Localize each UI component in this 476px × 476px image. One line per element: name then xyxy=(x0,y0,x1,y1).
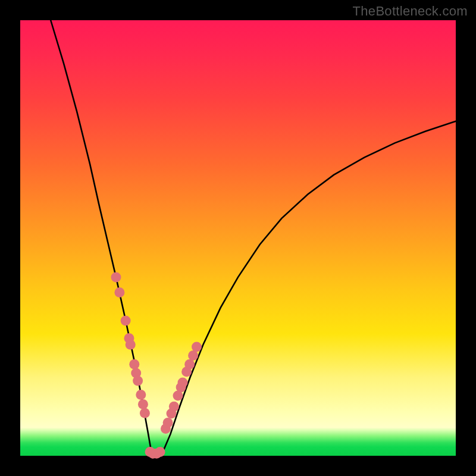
marker-dot xyxy=(184,359,195,369)
marker-dot xyxy=(129,359,139,369)
marker-dot xyxy=(136,390,146,400)
marker-dot xyxy=(140,408,150,418)
marker-dot xyxy=(121,316,131,326)
chart-frame: TheBottleneck.com xyxy=(0,0,476,476)
marker-dot xyxy=(111,272,121,282)
watermark-text: TheBottleneck.com xyxy=(353,4,468,19)
markers-group xyxy=(111,272,202,458)
marker-dot xyxy=(188,350,198,361)
bottleneck-curve xyxy=(51,20,456,455)
marker-dot xyxy=(133,376,143,386)
marker-dot xyxy=(155,447,165,457)
plot-area xyxy=(20,20,456,456)
chart-svg xyxy=(20,20,456,456)
marker-dot xyxy=(192,342,202,352)
marker-dot xyxy=(114,287,124,298)
marker-dot xyxy=(138,399,148,409)
marker-dot xyxy=(126,340,136,350)
marker-dot xyxy=(169,402,179,412)
marker-dot xyxy=(178,378,188,388)
marker-dot xyxy=(163,418,173,428)
